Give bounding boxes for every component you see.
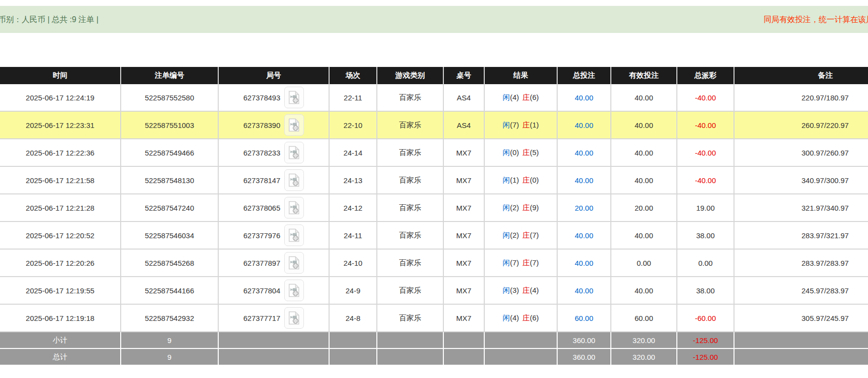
cell-remark: 260.97/220.97	[734, 111, 868, 139]
result-banker-score: (5)	[530, 148, 539, 157]
cell-game-type: 百家乐	[377, 111, 443, 139]
cell-table-id: AS4	[443, 84, 484, 111]
result-banker-label: 庄	[523, 176, 530, 184]
result-player-label: 闲	[502, 258, 510, 267]
notice-text: 同局有效投注，统一计算在该局	[764, 14, 868, 25]
cell-table-id: MX7	[443, 221, 484, 249]
video-replay-button[interactable]	[284, 224, 304, 246]
table-row[interactable]: 2025-06-17 12:20:26 522587545268 6273778…	[0, 249, 868, 277]
cell-total-bet: 40.00	[557, 111, 611, 139]
subtotal-valid-bet: 320.00	[611, 332, 677, 348]
total-bet-link[interactable]: 40.00	[575, 231, 594, 240]
col-header-payout: 总派彩	[677, 67, 734, 84]
cell-total-bet: 20.00	[557, 194, 611, 221]
table-row[interactable]: 2025-06-17 12:23:31 522587551003 6273783…	[0, 111, 868, 139]
round-number: 627378065	[243, 204, 280, 212]
result-player-score: (4)	[510, 93, 519, 101]
cell-round: 627378147	[218, 166, 329, 194]
video-replay-button[interactable]	[284, 142, 304, 163]
cell-table-id: MX7	[443, 304, 484, 332]
cell-table-id: MX7	[443, 166, 484, 194]
col-header-remark: 备注	[734, 67, 868, 84]
grand-total-label: 总计	[0, 348, 121, 365]
cell-valid-bet: 40.00	[611, 84, 677, 111]
cell-result: 闲(0)庄(5)	[484, 139, 557, 166]
table-row[interactable]: 2025-06-17 12:21:28 522587547240 6273780…	[0, 194, 868, 221]
total-bet-link[interactable]: 40.00	[575, 94, 594, 102]
cell-round: 627378390	[218, 111, 329, 139]
cell-session: 22-10	[329, 111, 377, 139]
total-bet-link[interactable]: 40.00	[575, 176, 594, 185]
cell-game-type: 百家乐	[377, 277, 443, 304]
cell-table-id: MX7	[443, 249, 484, 277]
cell-total-bet: 40.00	[557, 139, 611, 166]
cell-table-id: MX7	[443, 194, 484, 221]
result-player-label: 闲	[502, 314, 510, 322]
result-player-label: 闲	[502, 286, 510, 294]
result-player-score: (2)	[510, 231, 519, 239]
result-player-label: 闲	[502, 148, 510, 157]
table-row[interactable]: 2025-06-17 12:20:52 522587546034 6273779…	[0, 221, 868, 249]
table-row[interactable]: 2025-06-17 12:19:18 522587542932 6273777…	[0, 304, 868, 332]
video-replay-icon	[288, 173, 300, 187]
result-banker-label: 庄	[523, 231, 530, 239]
subtotal-total-bet: 360.00	[557, 332, 611, 348]
cell-valid-bet: 40.00	[611, 139, 677, 166]
result-player-label: 闲	[502, 203, 510, 212]
cell-bet-id: 522587547240	[121, 194, 218, 221]
cell-time: 2025-06-17 12:19:18	[0, 304, 121, 332]
round-number: 627377976	[243, 231, 280, 240]
cell-bet-id: 522587551003	[121, 111, 218, 139]
summary-bar: 币别：人民币 | 总共 :9 注单 | 同局有效投注，统一计算在该局	[0, 6, 868, 33]
cell-game-type: 百家乐	[377, 194, 443, 221]
total-bet-link[interactable]: 40.00	[575, 286, 594, 295]
cell-total-bet: 40.00	[557, 84, 611, 111]
video-replay-button[interactable]	[284, 169, 304, 191]
result-player-label: 闲	[502, 231, 510, 239]
total-bet-link[interactable]: 60.00	[575, 314, 594, 322]
video-replay-button[interactable]	[284, 307, 304, 329]
cell-session: 24-8	[329, 304, 377, 332]
total-bet-link[interactable]: 40.00	[575, 121, 594, 129]
video-replay-button[interactable]	[284, 114, 304, 136]
cell-table-id: MX7	[443, 277, 484, 304]
cell-payout: 38.00	[677, 221, 734, 249]
cell-result: 闲(7)庄(7)	[484, 249, 557, 277]
round-number: 627377717	[243, 314, 280, 322]
total-bet-link[interactable]: 40.00	[575, 149, 594, 157]
cell-valid-bet: 20.00	[611, 194, 677, 221]
video-replay-icon	[288, 91, 300, 104]
col-header-result: 结果	[484, 67, 557, 84]
round-number: 627377804	[243, 286, 280, 295]
cell-session: 24-9	[329, 277, 377, 304]
cell-time: 2025-06-17 12:21:28	[0, 194, 121, 221]
video-replay-icon	[288, 284, 300, 297]
total-bet-link[interactable]: 40.00	[575, 259, 594, 267]
cell-remark: 321.97/340.97	[734, 194, 868, 221]
cell-result: 闲(4)庄(6)	[484, 304, 557, 332]
cell-remark: 283.97/283.97	[734, 249, 868, 277]
round-number: 627378493	[243, 94, 280, 102]
table-row[interactable]: 2025-06-17 12:21:58 522587548130 6273781…	[0, 166, 868, 194]
col-header-time: 时间	[0, 67, 121, 84]
video-replay-button[interactable]	[284, 197, 304, 219]
total-bet-link[interactable]: 20.00	[575, 204, 594, 212]
cell-payout: 19.00	[677, 194, 734, 221]
cell-valid-bet: 40.00	[611, 111, 677, 139]
subtotal-count: 9	[121, 332, 218, 348]
empty-cell	[377, 332, 443, 348]
cell-payout: 38.00	[677, 277, 734, 304]
cell-bet-id: 522587552580	[121, 84, 218, 111]
video-replay-button[interactable]	[284, 87, 304, 108]
video-replay-button[interactable]	[284, 280, 304, 301]
table-row[interactable]: 2025-06-17 12:19:55 522587544166 6273778…	[0, 277, 868, 304]
empty-cell	[218, 348, 329, 365]
table-row[interactable]: 2025-06-17 12:24:19 522587552580 6273784…	[0, 84, 868, 111]
table-row[interactable]: 2025-06-17 12:22:36 522587549466 6273782…	[0, 139, 868, 166]
cell-total-bet: 40.00	[557, 221, 611, 249]
cell-valid-bet: 60.00	[611, 304, 677, 332]
video-replay-button[interactable]	[284, 252, 304, 274]
cell-valid-bet: 40.00	[611, 277, 677, 304]
cell-round: 627377804	[218, 277, 329, 304]
cell-result: 闲(1)庄(0)	[484, 166, 557, 194]
